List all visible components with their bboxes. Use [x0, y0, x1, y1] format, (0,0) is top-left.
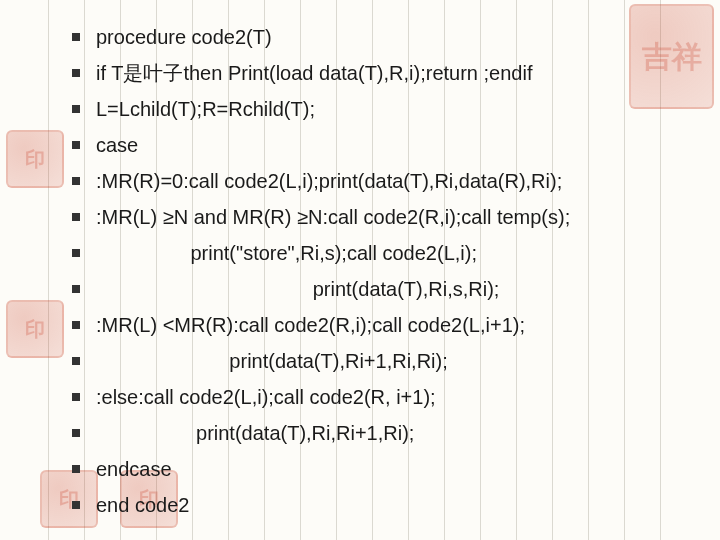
list-item: :else:call code2(L,i);call code2(R, i+1)…	[72, 384, 680, 411]
bullet-icon	[72, 213, 80, 221]
line-text: :MR(L) <MR(R):call code2(R,i);call code2…	[96, 312, 525, 339]
slide-body: procedure code2(T) if T是叶子then Print(loa…	[0, 0, 720, 519]
line-text: print("store",Ri,s);call code2(L,i);	[96, 240, 477, 267]
list-item: print("store",Ri,s);call code2(L,i);	[72, 240, 680, 267]
list-item: print(data(T),Ri,Ri+1,Ri);	[72, 420, 680, 447]
list-item: :MR(L) ≥N and MR(R) ≥N:call code2(R,i);c…	[72, 204, 680, 231]
bullet-icon	[72, 465, 80, 473]
bullet-icon	[72, 249, 80, 257]
line-text: print(data(T),Ri,s,Ri);	[96, 276, 499, 303]
line-text: print(data(T),Ri,Ri+1,Ri);	[96, 420, 414, 447]
bullet-icon	[72, 393, 80, 401]
bullet-icon	[72, 69, 80, 77]
line-text: end code2	[96, 492, 189, 519]
line-text: endcase	[96, 456, 172, 483]
bullet-icon	[72, 321, 80, 329]
list-item: :MR(R)=0:call code2(L,i);print(data(T),R…	[72, 168, 680, 195]
line-text: print(data(T),Ri+1,Ri,Ri);	[96, 348, 448, 375]
bullet-icon	[72, 177, 80, 185]
bullet-icon	[72, 501, 80, 509]
list-item: print(data(T),Ri,s,Ri);	[72, 276, 680, 303]
line-text: :MR(L) ≥N and MR(R) ≥N:call code2(R,i);c…	[96, 204, 570, 231]
list-item: L=Lchild(T);R=Rchild(T);	[72, 96, 680, 123]
line-text: case	[96, 132, 138, 159]
list-item: end code2	[72, 492, 680, 519]
list-item: print(data(T),Ri+1,Ri,Ri);	[72, 348, 680, 375]
list-item: :MR(L) <MR(R):call code2(R,i);call code2…	[72, 312, 680, 339]
bullet-icon	[72, 285, 80, 293]
list-item: case	[72, 132, 680, 159]
bullet-icon	[72, 141, 80, 149]
bullet-icon	[72, 105, 80, 113]
list-item: if T是叶子then Print(load data(T),R,i);retu…	[72, 60, 680, 87]
line-text: :MR(R)=0:call code2(L,i);print(data(T),R…	[96, 168, 562, 195]
list-item: procedure code2(T)	[72, 24, 680, 51]
bullet-icon	[72, 357, 80, 365]
line-text: procedure code2(T)	[96, 24, 272, 51]
list-item: endcase	[72, 456, 680, 483]
line-text: if T是叶子then Print(load data(T),R,i);retu…	[96, 60, 532, 87]
bullet-icon	[72, 33, 80, 41]
line-text: L=Lchild(T);R=Rchild(T);	[96, 96, 315, 123]
line-text: :else:call code2(L,i);call code2(R, i+1)…	[96, 384, 436, 411]
bullet-icon	[72, 429, 80, 437]
